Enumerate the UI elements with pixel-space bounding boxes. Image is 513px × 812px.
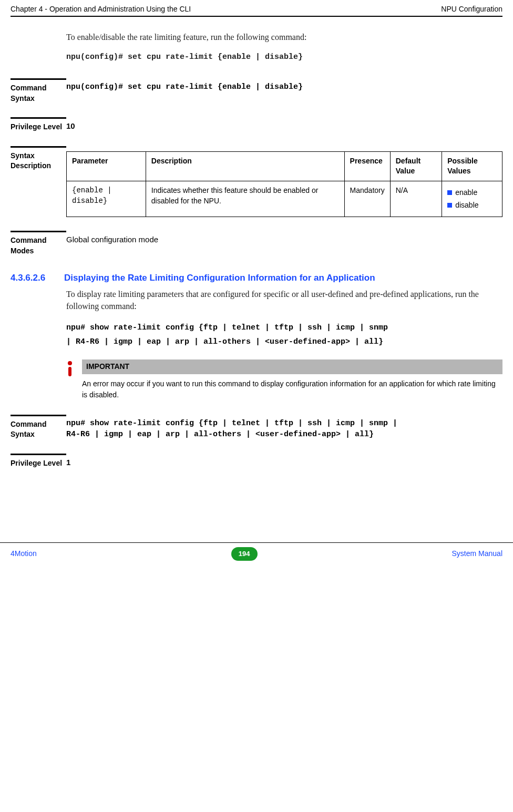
note-title: IMPORTANT (82, 359, 502, 374)
th-default-value: Default Value (390, 151, 442, 181)
command-syntax-value: npu(config)# set cpu rate-limit {enable … (66, 78, 502, 104)
page-footer: 4Motion 194 System Manual (0, 542, 513, 561)
show-command-line2: | R4-R6 | igmp | eap | arp | all-others … (66, 335, 502, 349)
command-modes-label: Command Modes (11, 231, 66, 256)
intro-text: To enable/disable the rate limiting feat… (66, 32, 502, 43)
bullet-enable: enable (447, 188, 497, 198)
th-presence: Presence (344, 151, 390, 181)
command-modes-block: Command Modes Global configuration mode (11, 231, 502, 256)
td-possible: enable disable (442, 181, 502, 217)
svg-point-0 (68, 361, 72, 365)
footer-right: System Manual (452, 549, 502, 559)
privilege-level-value: 10 (66, 117, 502, 132)
bullet-disable-text: disable (455, 200, 478, 211)
show-command: npu# show rate-limit config {ftp | telne… (0, 321, 513, 349)
th-possible-values: Possible Values (442, 151, 502, 181)
privilege-level-label-2: Privilege Level (11, 454, 66, 469)
command-syntax-value-2: npu# show rate-limit config {ftp | telne… (66, 415, 502, 440)
header-left: Chapter 4 - Operation and Administration… (11, 4, 191, 15)
section-heading-row: 4.3.6.2.6 Displaying the Rate Limiting C… (0, 272, 513, 284)
bullet-enable-text: enable (455, 188, 477, 198)
command-syntax-line1: npu# show rate-limit config {ftp | telne… (66, 418, 502, 429)
page-number: 194 (231, 547, 258, 561)
command-syntax-label-2: Command Syntax (11, 415, 66, 440)
privilege-level-label: Privilege Level (11, 117, 66, 132)
th-description: Description (146, 151, 344, 181)
section-title: Displaying the Rate Limiting Configurati… (0, 272, 513, 284)
td-default: N/A (390, 181, 442, 217)
syntax-table: Parameter Description Presence Default V… (66, 151, 502, 217)
syntax-description-value: Parameter Description Presence Default V… (66, 146, 502, 217)
section-number: 4.3.6.2.6 (11, 272, 45, 284)
show-command-line1: npu# show rate-limit config {ftp | telne… (66, 321, 502, 335)
command-syntax-block-2: Command Syntax npu# show rate-limit conf… (11, 415, 502, 440)
important-icon (66, 359, 77, 401)
square-bullet-icon (447, 190, 452, 195)
header-rule (11, 16, 502, 17)
note-text: An error may occur if you want to run th… (82, 374, 502, 401)
syntax-description-block: Syntax Description Parameter Description… (11, 146, 502, 217)
command-syntax-block: Command Syntax npu(config)# set cpu rate… (11, 78, 502, 104)
privilege-level-value-2: 1 (66, 454, 502, 469)
important-note: IMPORTANT An error may occur if you want… (66, 359, 502, 401)
syntax-description-label: Syntax Description (11, 146, 66, 217)
table-header-row: Parameter Description Presence Default V… (67, 151, 502, 181)
square-bullet-icon (447, 203, 452, 208)
command-syntax-label: Command Syntax (11, 78, 66, 104)
table-row: {enable | disable} Indicates whether thi… (67, 181, 502, 217)
th-parameter: Parameter (67, 151, 146, 181)
header-right: NPU Configuration (441, 4, 502, 15)
command-modes-value: Global configuration mode (66, 231, 502, 256)
td-description: Indicates whether this feature should be… (146, 181, 344, 217)
privilege-level-block: Privilege Level 10 (11, 117, 502, 132)
section-body: To display rate limiting parameters that… (0, 289, 513, 312)
svg-rect-1 (68, 367, 71, 376)
page-header: Chapter 4 - Operation and Administration… (0, 0, 513, 16)
privilege-level-block-2: Privilege Level 1 (11, 454, 502, 469)
command-syntax-line2: R4-R6 | igmp | eap | arp | all-others | … (66, 429, 502, 440)
bullet-disable: disable (447, 200, 497, 211)
command-line: npu(config)# set cpu rate-limit {enable … (66, 52, 502, 63)
td-presence: Mandatory (344, 181, 390, 217)
footer-left: 4Motion (11, 549, 37, 559)
td-parameter: {enable | disable} (67, 181, 146, 217)
